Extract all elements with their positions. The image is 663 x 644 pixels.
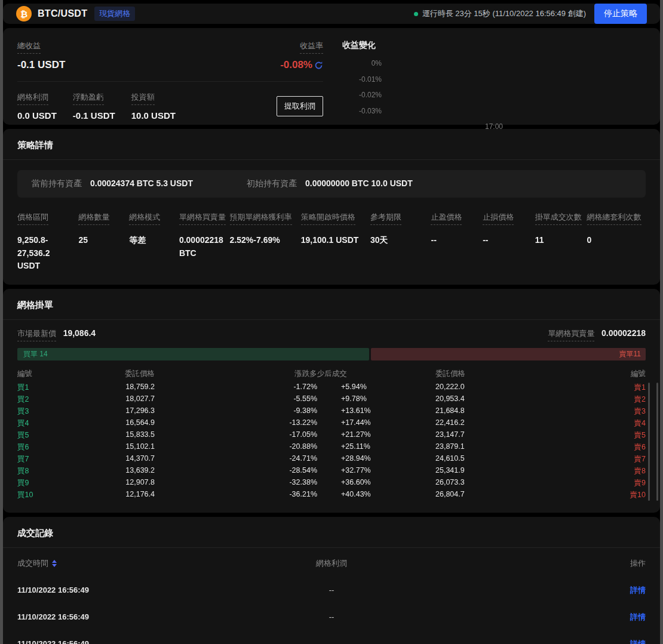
grid-orders-table: 編號 委託價格 委託價格 編號 漲跌多少后成交 買118,759.2-1.72%…	[17, 369, 646, 501]
runtime-status: 運行時長 23分 15秒 (11/10/2022 16:56:49 創建)	[414, 8, 586, 19]
chart-title: 收益變化	[342, 40, 646, 51]
buy-orders-bar: 買單 14	[17, 348, 369, 360]
grid-order-row: 買1012,176.4-36.21%+40.43%26,804.7賣10	[17, 489, 646, 501]
strategy-field-label: 掛單成交次數	[535, 212, 582, 225]
market-price-value: 19,086.4	[63, 328, 96, 338]
grid-order-row: 買416,564.9-13.22%+17.44%22,416.2賣4	[17, 417, 646, 429]
trade-detail-link[interactable]: 詳情	[630, 639, 646, 644]
grid-order-row: 買912,907.8-32.38%+36.60%26,073.3賣9	[17, 477, 646, 489]
strategy-field-label: 止損價格	[483, 212, 514, 225]
grid-orders-panel: 網格掛單 市場最新價 19,086.4 單網格買賣量 0.00002218 買單…	[3, 289, 660, 513]
pnl-summary: 總收益 -0.1 USDT 收益率 -0.08% 網格利潤0.0 USDT浮動盈…	[17, 40, 323, 110]
sell-order-change: +32.77%	[341, 466, 389, 476]
strategy-field-value: 19,100.1 USDT	[301, 234, 370, 247]
sell-bar-label: 賣單11	[619, 349, 641, 359]
strategy-field: 掛單成交次數11	[535, 212, 587, 273]
buy-id-header: 編號	[17, 369, 112, 381]
grid-profit-header: 網格利潤	[316, 558, 347, 569]
strategy-field-value: 等差	[129, 234, 179, 247]
profit-rate-value: -0.08%	[280, 59, 312, 71]
buy-table-scrollbar[interactable]	[648, 383, 650, 501]
bitcoin-icon: ₿	[16, 6, 32, 21]
per-grid-value: 0.00002218	[601, 328, 646, 338]
sell-price-header: 委託價格	[435, 369, 507, 381]
buy-order-id: 買4	[17, 418, 112, 429]
sell-order-price: 20,953.4	[435, 395, 507, 405]
trade-records-panel: 成交記錄 成交時間 網格利潤 操作 11/10/2022 16:56:49--詳…	[3, 517, 660, 644]
refresh-icon[interactable]	[314, 61, 323, 70]
trade-time-header: 成交時間	[17, 558, 48, 569]
buy-sell-ratio-bar: 買單 14 賣單11	[17, 348, 646, 360]
strategy-field-label: 價格區間	[17, 212, 48, 225]
strategy-field-value: --	[483, 234, 535, 247]
withdraw-profit-button[interactable]: 提取利潤	[277, 96, 323, 116]
strategy-field-label: 單網格買賣量	[179, 212, 226, 225]
change-to-fill-header: 漲跌多少后成交	[294, 369, 347, 379]
holding-value: 0.00000000 BTC 10.0 USDT	[305, 178, 413, 188]
trade-time: 11/10/2022 16:56:49	[17, 612, 89, 621]
strategy-details-panel: 策略詳情 當前持有資產0.00024374 BTC 5.3 USDT初始持有資產…	[3, 129, 660, 285]
strategy-type-tag: 現貨網格	[94, 7, 135, 21]
trade-detail-link[interactable]: 詳情	[630, 612, 646, 623]
sell-order-id: 賣1	[507, 383, 646, 393]
sell-order-id: 賣6	[507, 442, 646, 452]
sell-order-change: +5.94%	[341, 383, 389, 393]
strategy-field: 網格數量25	[78, 212, 129, 273]
sell-orders-bar: 賣單11	[371, 348, 646, 360]
sell-order-price: 21,684.8	[435, 406, 507, 417]
pnl-stat: 投資額10.0 USDT	[131, 91, 176, 121]
pnl-stats-row: 網格利潤0.0 USDT浮動盈虧-0.1 USDT投資額10.0 USDT 提取…	[17, 91, 323, 121]
trade-grid-profit: --	[329, 639, 334, 644]
strategy-field-label: 網格總套利次數	[587, 212, 641, 225]
strategy-field-value: --	[431, 234, 483, 247]
divider	[3, 159, 660, 160]
running-status-dot-icon	[414, 12, 418, 16]
trade-records-title: 成交記錄	[17, 528, 646, 539]
sell-order-price: 26,073.3	[435, 478, 507, 488]
sell-order-change: +28.94%	[341, 454, 389, 464]
strategy-field-value: 0.00002218BTC	[179, 234, 230, 260]
pnl-stat-label: 投資額	[131, 92, 155, 105]
holding-label: 初始持有資產	[247, 178, 297, 188]
strategy-field-value: 30天	[370, 234, 431, 247]
sell-order-price: 24,610.5	[435, 454, 507, 464]
trade-time: 11/10/2022 16:56:49	[17, 639, 89, 644]
strategy-field-label: 網格模式	[129, 212, 160, 225]
strategy-details-title: 策略詳情	[17, 140, 646, 151]
grid-order-row: 買118,759.2-1.72%+5.94%20,222.0賣1	[17, 381, 646, 393]
buy-order-price: 15,833.5	[112, 430, 155, 440]
trade-grid-profit: --	[329, 586, 334, 594]
buy-order-change: -5.55%	[155, 395, 321, 405]
divider	[3, 547, 660, 548]
pnl-stat-value: -0.1 USDT	[73, 110, 115, 121]
grid-order-row: 買714,370.7-24.71%+28.94%24,610.5賣7	[17, 453, 646, 465]
buy-order-change: -24.71%	[155, 454, 321, 464]
strategy-field-label: 預期單網格獲利率	[230, 212, 292, 225]
stop-strategy-button[interactable]: 停止策略	[594, 4, 647, 24]
total-profit-label: 總收益	[17, 41, 41, 54]
buy-order-price: 18,027.7	[112, 395, 155, 405]
profit-change-chart: 收益變化 0%-0.01%-0.02%-0.03% 17:00	[342, 40, 646, 110]
sell-order-id: 賣7	[507, 454, 646, 464]
strategy-field-value: 9,250.8-27,536.2 USDT	[17, 234, 78, 273]
action-header: 操作	[630, 558, 646, 569]
strategy-field-label: 止盈價格	[431, 212, 462, 225]
buy-order-change: -28.54%	[155, 466, 321, 476]
pnl-stat-label: 網格利潤	[17, 92, 48, 105]
strategy-field: 策略開啟時價格19,100.1 USDT	[301, 212, 370, 273]
buy-order-id: 買1	[17, 383, 112, 393]
sell-order-id: 賣4	[507, 418, 646, 429]
runtime-text: 運行時長 23分 15秒 (11/10/2022 16:56:49 創建)	[422, 8, 586, 19]
trade-grid-profit: --	[329, 612, 334, 621]
sort-icon[interactable]	[52, 560, 57, 567]
per-grid-amount: 單網格買賣量 0.00002218	[548, 328, 646, 341]
per-grid-label: 單網格買賣量	[548, 328, 594, 341]
trade-detail-link[interactable]: 詳情	[630, 585, 646, 596]
buy-order-id: 買8	[17, 466, 112, 476]
divider	[17, 81, 323, 82]
pnl-stat-value: 10.0 USDT	[131, 110, 176, 121]
divider	[3, 319, 660, 320]
sell-table-scrollbar[interactable]	[656, 383, 658, 501]
sell-order-change: +17.44%	[341, 418, 389, 429]
buy-order-change: -1.72%	[155, 383, 321, 393]
